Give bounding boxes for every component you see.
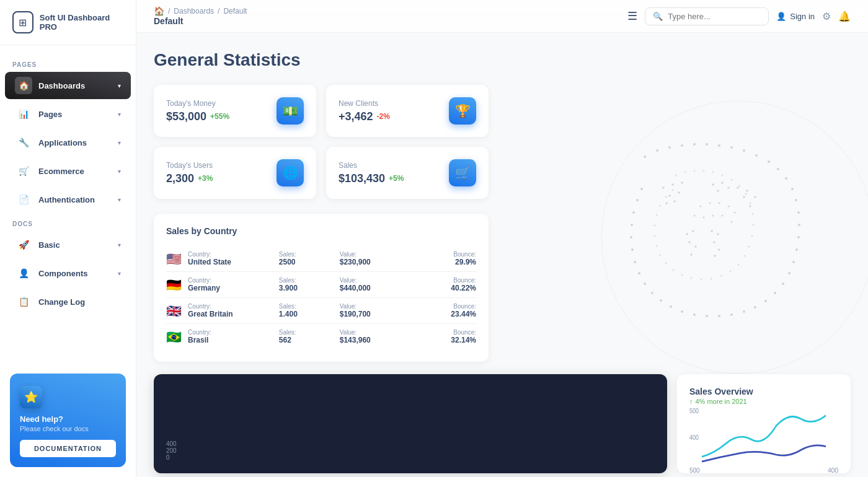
svg-point-67 [665, 263, 667, 265]
settings-icon[interactable]: ⚙ [822, 11, 831, 22]
flag-us: 🇺🇸 [166, 252, 182, 266]
flag-gb: 🇬🇧 [166, 304, 182, 318]
sidebar-item-components[interactable]: 👤 Components ▾ [5, 260, 131, 287]
svg-point-76 [662, 186, 665, 189]
svg-point-55 [753, 224, 755, 226]
sidebar-logo: ⊞ Soft UI Dashboard PRO [0, 0, 136, 45]
sidebar: ⊞ Soft UI Dashboard PRO PAGES 🏠 Dashboar… [0, 0, 136, 477]
flag-de: 🇩🇪 [166, 278, 182, 292]
page-heading: Default [154, 16, 247, 26]
svg-point-79 [678, 191, 680, 194]
stat-value-sales: $103,430 +5% [339, 172, 404, 185]
sidebar-label-applications: Applications [38, 138, 87, 147]
sidebar-item-changelog[interactable]: 📋 Change Log [5, 288, 131, 315]
svg-point-75 [672, 190, 674, 191]
changelog-icon: 📋 [15, 293, 32, 310]
sales-country-title: Sales by Country [166, 226, 476, 236]
stat-card-sales: Sales $103,430 +5% 🛒 [326, 147, 489, 199]
svg-point-17 [798, 224, 800, 226]
breadcrumb-dashboards[interactable]: Dashboards [174, 7, 214, 15]
svg-point-25 [754, 306, 756, 309]
svg-point-24 [764, 300, 767, 302]
arrow-up-icon: ↑ [689, 398, 693, 405]
svg-point-64 [691, 278, 693, 279]
y-label-200: 200 [166, 447, 177, 454]
svg-point-99 [712, 215, 714, 217]
breadcrumb-default: Default [223, 7, 247, 15]
sidebar-label-dashboards: Dashboards [38, 81, 85, 90]
user-icon: 👤 [776, 12, 786, 21]
stat-change-sales: +5% [389, 174, 404, 183]
search-input[interactable] [668, 12, 761, 21]
svg-point-77 [671, 183, 674, 186]
help-box: ⭐ Need help? Please check our docs DOCUM… [10, 374, 126, 467]
sidebar-item-ecommerce[interactable]: 🛒 Ecommerce ▾ [5, 157, 131, 185]
help-star-icon: ⭐ [20, 386, 42, 408]
stat-change-users: +3% [198, 174, 213, 183]
svg-point-23 [774, 292, 776, 294]
svg-point-33 [660, 299, 662, 302]
svg-point-2 [656, 149, 658, 152]
notifications-icon[interactable]: 🔔 [838, 11, 851, 22]
svg-point-11 [768, 160, 770, 163]
home-icon[interactable]: 🏠 [154, 6, 164, 16]
breadcrumb: 🏠 / Dashboards / Default [154, 6, 247, 16]
svg-point-53 [750, 203, 751, 204]
sidebar-label-pages: Pages [38, 110, 62, 119]
chevron-icon: ▾ [118, 168, 121, 175]
chevron-icon: ▾ [118, 242, 121, 248]
hamburger-icon[interactable]: ☰ [627, 9, 637, 23]
svg-point-28 [718, 315, 720, 317]
svg-point-89 [754, 196, 756, 198]
authentication-icon: 📄 [15, 191, 32, 208]
sidebar-nav: PAGES 🏠 Dashboards ▾ 📊 Pages ▾ 🔧 Applica… [0, 45, 136, 364]
svg-point-41 [632, 211, 635, 214]
svg-point-88 [746, 190, 748, 192]
sidebar-item-dashboards[interactable]: 🏠 Dashboards ▾ [5, 72, 131, 99]
svg-point-78 [681, 182, 683, 184]
svg-text:400: 400 [689, 434, 699, 441]
svg-point-91 [749, 205, 751, 208]
sidebar-item-authentication[interactable]: 📄 Authentication ▾ [5, 186, 131, 213]
stat-card-clients: New Clients +3,462 -2% 🏆 [326, 85, 489, 137]
stat-value-users: 2,300 +3% [166, 172, 213, 185]
svg-point-44 [675, 175, 677, 177]
sidebar-item-pages[interactable]: 📊 Pages ▾ [5, 100, 131, 128]
pages-icon: 📊 [15, 105, 32, 123]
svg-point-9 [743, 149, 745, 152]
svg-point-36 [638, 272, 640, 274]
overview-subtitle: ↑ 4% more in 2021 [689, 398, 838, 405]
chevron-icon: ▾ [118, 82, 121, 89]
svg-text:500: 500 [689, 408, 699, 415]
sales-overview-card: Sales Overview ↑ 4% more in 2021 500 400 [677, 374, 851, 473]
page-content: General Statistics [136, 33, 868, 477]
svg-point-0 [601, 101, 868, 374]
globe-decoration [521, 82, 868, 392]
svg-point-85 [727, 186, 730, 189]
svg-point-87 [737, 186, 739, 189]
svg-point-108 [717, 233, 719, 235]
sidebar-label-changelog: Change Log [38, 297, 85, 307]
chevron-icon: ▾ [118, 139, 121, 146]
sidebar-label-components: Components [38, 269, 87, 278]
sidebar-item-basic[interactable]: 🚀 Basic ▾ [5, 231, 131, 258]
svg-point-47 [703, 170, 705, 172]
svg-point-59 [738, 264, 740, 266]
svg-point-3 [668, 146, 671, 149]
sales-by-country-card: Sales by Country 🇺🇸 Country: United Stat… [154, 214, 489, 362]
svg-point-14 [791, 188, 794, 190]
sidebar-item-applications[interactable]: 🔧 Applications ▾ [5, 129, 131, 156]
chevron-icon: ▾ [118, 111, 121, 118]
svg-point-97 [694, 215, 696, 217]
overview-title: Sales Overview [689, 387, 838, 396]
svg-point-20 [792, 261, 795, 263]
documentation-button[interactable]: DOCUMENTATION [20, 440, 116, 457]
svg-point-29 [706, 315, 708, 317]
svg-point-31 [681, 310, 683, 313]
app-name: Soft UI Dashboard PRO [40, 13, 123, 32]
signin-button[interactable]: 👤 Sign in [776, 12, 815, 21]
applications-icon: 🔧 [15, 134, 32, 151]
svg-point-92 [700, 206, 702, 208]
svg-point-66 [673, 269, 675, 271]
bar-chart-card: 400 200 0 [154, 374, 667, 473]
